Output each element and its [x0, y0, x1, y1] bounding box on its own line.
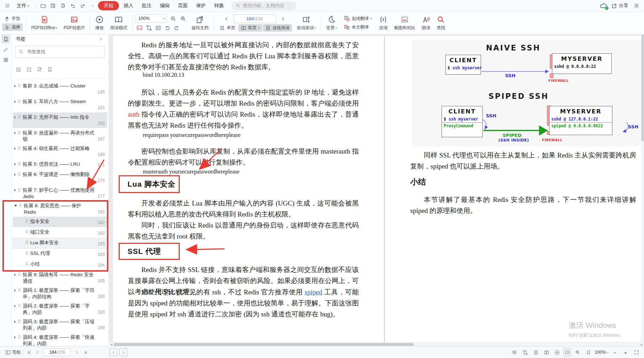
pdf-page-185[interactable]: NAIVE SSH CLIENT $ ssh myserver SSH FIRE… [385, 36, 641, 343]
bookmark-item[interactable]: 小结184 [13, 259, 107, 270]
caret-right-icon[interactable] [14, 100, 16, 103]
prev-page-icon[interactable] [33, 348, 42, 357]
thumbnail-panel-tab-icon[interactable] [1, 55, 10, 64]
save-icon[interactable] [48, 1, 58, 10]
double-page-button[interactable]: 双页▾ [238, 24, 262, 32]
caret-right-icon[interactable] [14, 116, 16, 119]
rotate-document-button[interactable]: 旋转文档 [188, 12, 212, 33]
annotation-panel-tab-icon[interactable] [1, 45, 10, 54]
last-page-icon[interactable] [81, 348, 90, 357]
word-translate-button[interactable]: 划词翻译▾ [341, 15, 374, 22]
share-button[interactable]: 分享 [611, 2, 628, 9]
single-page-button[interactable]: 单页 [217, 24, 238, 32]
bookmark-item[interactable]: 拓展 2: 无所不知 —— Info 指令163 [13, 112, 107, 128]
background-button[interactable]: 背景▾ [323, 12, 340, 33]
tab-convert[interactable]: 转换 [210, 1, 228, 10]
navigation-panel-icon[interactable] [4, 348, 12, 357]
delete-bookmark-icon[interactable] [47, 67, 53, 73]
fullscreen-icon[interactable] [632, 348, 640, 357]
next-page-icon[interactable] [72, 348, 81, 357]
bookmark-item[interactable]: 拓展 8: 居安思危 —— 保护 Redis182 [13, 201, 107, 217]
tab-comment[interactable]: 批注 [138, 1, 155, 10]
bookmark-item[interactable]: 拓展 3: 拾遗漏补 —— 再谈分布式锁167 [13, 128, 107, 144]
bookmark-item[interactable]: 源码 2: 极度深寒 —— 探索「字典」内部193 [13, 301, 107, 317]
bookmark-item[interactable]: Lua 脚本安全183 [13, 238, 107, 249]
bookmark-flag-icon[interactable] [584, 348, 592, 357]
bookmark-item[interactable]: 拓展 9: 隔墙有耳 —— Redis 安全通信185 [13, 270, 107, 285]
global-search-input[interactable]: 查找功能、文档内容 [231, 1, 297, 10]
fit-page-icon[interactable] [521, 348, 529, 357]
bookmark-item[interactable]: 拓展 1: 耳听八方 —— Stream152 [13, 97, 107, 112]
tab-edit[interactable]: 编辑 [156, 1, 173, 10]
find-button[interactable]: 查找 [433, 12, 448, 33]
caret-down-icon[interactable] [14, 205, 17, 208]
tab-home[interactable]: 开始 [98, 1, 119, 10]
zoom-in-plus-icon[interactable]: + [621, 348, 630, 357]
continuous-reading-button[interactable]: 连续阅读 [263, 24, 292, 32]
bookmark-item[interactable]: 源码 4: 极度深寒 —— 探索「快速列表」内部 [13, 332, 107, 347]
actual-size-icon[interactable] [563, 348, 571, 356]
eye-protection-icon[interactable] [510, 348, 519, 357]
caret-right-icon[interactable] [14, 132, 16, 134]
vertical-scrollbar-thumb[interactable] [642, 34, 644, 141]
bookmark-search-box[interactable] [15, 46, 105, 58]
pdf-page-184[interactable]: Redis 的服务地址一旦可以被外网直接访问，内部的数据就彻底丧失了安全性。高级… [113, 36, 384, 343]
bookmark-item[interactable]: 拓展 4: 朝生暮死 —— 过期策略169 [13, 144, 107, 159]
loupe-icon[interactable] [573, 348, 582, 357]
app-menu-icon[interactable] [3, 1, 12, 10]
tab-page[interactable]: 页面 [174, 1, 191, 10]
actual-size-icon[interactable] [136, 24, 144, 32]
quick-access-caret-icon[interactable] [88, 1, 97, 10]
next-view-icon[interactable] [119, 348, 127, 356]
caret-right-icon[interactable] [14, 189, 16, 192]
expand-all-icon[interactable] [16, 67, 21, 73]
close-panel-icon[interactable] [97, 36, 104, 43]
tab-insert[interactable]: 插入 [120, 1, 137, 10]
reading-mode-button[interactable]: 阅读模式 [107, 12, 130, 33]
hand-tool-button[interactable]: 手型 [2, 15, 23, 22]
add-bookmark-icon[interactable] [37, 67, 42, 73]
rotate-right-icon[interactable] [173, 24, 180, 32]
caret-right-icon[interactable] [14, 273, 16, 276]
bookmark-item[interactable]: 端口安全182 [13, 227, 107, 238]
open-file-icon[interactable] [38, 1, 48, 10]
bookmark-item[interactable]: 源码 1: 极度深寒 —— 探索「字符串」内部结构189 [13, 285, 107, 301]
select-tool-button[interactable]: 选择 [2, 23, 23, 31]
bookmark-item[interactable]: 拓展 7: 妙手仁心 —— 优雅地使用 Jedis177 [13, 185, 107, 201]
bookmark-item[interactable]: 拓展 5: 优胜劣汰 —— LRU171 [13, 159, 107, 170]
compress-button[interactable]: 压缩 [376, 12, 391, 33]
play-slideshow-button[interactable]: 播放 [92, 12, 107, 33]
auto-scroll-button[interactable]: 自动滚动▾ [293, 12, 319, 33]
fit-page-icon[interactable] [145, 24, 153, 32]
menu-file[interactable]: 文件 ▾ [13, 1, 33, 10]
spiped-link[interactable]: spiped [305, 288, 323, 296]
document-viewport[interactable]: Redis 的服务地址一旦可以被外网直接访问，内部的数据就彻底丧失了安全性。高级… [109, 33, 644, 347]
bookmark-item[interactable]: SSL 代理183 [13, 249, 107, 259]
bookmark-item[interactable]: 指令安全182 [13, 217, 107, 227]
caret-right-icon[interactable] [14, 173, 16, 176]
redo-icon[interactable] [78, 1, 87, 10]
vertical-scrollbar[interactable] [641, 33, 644, 342]
previous-page-icon[interactable] [223, 15, 231, 23]
caret-right-icon[interactable] [14, 163, 16, 166]
caret-right-icon[interactable] [14, 320, 16, 323]
next-page-icon[interactable] [279, 15, 287, 23]
tab-protect[interactable]: 保护 [192, 1, 210, 10]
print-icon[interactable] [58, 1, 67, 10]
caret-right-icon[interactable] [14, 85, 16, 87]
page-number-input[interactable]: 184/226 [233, 14, 276, 23]
rotate-left-icon[interactable] [163, 24, 171, 32]
previous-view-icon[interactable] [109, 348, 117, 356]
zoom-level-display[interactable]: 100%▾ [595, 350, 608, 355]
bookmark-search-input[interactable] [26, 49, 102, 55]
full-translate-button[interactable]: 全文翻译 [341, 23, 374, 31]
single-page-icon[interactable] [531, 348, 540, 357]
collapse-all-icon[interactable] [26, 67, 32, 73]
horizontal-scrollbar-thumb[interactable] [114, 343, 414, 346]
bookmark-item[interactable]: 源码 3: 极度深寒 —— 探索「压缩列表」内部199 [13, 317, 107, 332]
bookmarks-panel-tab-icon[interactable] [1, 35, 10, 43]
zoom-in-icon[interactable] [179, 15, 187, 22]
caret-right-icon[interactable] [14, 147, 16, 150]
cloud-sync-icon[interactable]: ✓ [599, 2, 608, 10]
zoom-level-select[interactable]: 100%▾ [136, 14, 167, 23]
